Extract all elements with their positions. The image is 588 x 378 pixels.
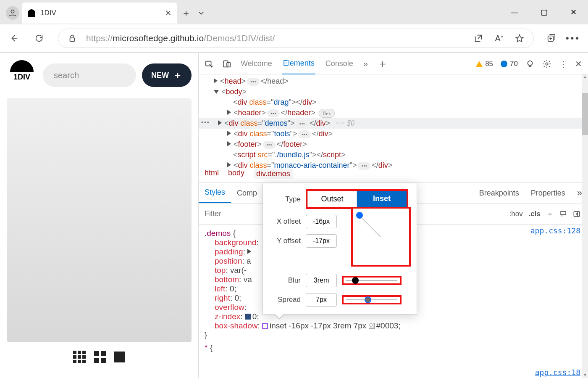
inspect-icon[interactable] [205,59,214,69]
arrow-left-icon [9,34,18,43]
box-shadow-editor: Type Outset Inset X offset -16px Y offse… [262,183,417,315]
breakpoints-tab[interactable]: Breakpoints [473,184,525,203]
warning-icon [476,61,483,67]
xoffset-input[interactable]: -16px [306,215,337,228]
spread-input[interactable]: 7px [306,293,337,307]
styles-tab[interactable]: Styles [199,183,231,203]
reload-button[interactable] [33,32,45,45]
hov-toggle[interactable]: :hov [509,210,523,218]
tab-console[interactable]: Console [325,53,354,74]
profile-avatar[interactable] [6,6,19,20]
grid-1x1-icon[interactable] [114,352,125,362]
page-logo: 1DIV [7,60,37,90]
dom-tree[interactable]: <head>•••</head> <body> <div class="drag… [199,74,588,165]
text-size-icon[interactable]: A» [495,34,503,43]
close-window-button[interactable]: ✕ [559,0,588,24]
svg-point-0 [11,10,14,13]
xy-offset-pad[interactable] [351,207,411,267]
new-button-label: NEW [151,71,169,80]
outset-button[interactable]: Outset [307,191,357,207]
type-toggle: Outset Inset [306,189,408,209]
inset-button[interactable]: Inset [357,191,407,207]
spread-slider[interactable] [342,295,402,304]
svg-rect-4 [223,61,228,67]
feedback-icon[interactable] [525,59,535,69]
grid-3x3-icon[interactable] [73,351,86,363]
tab-welcome[interactable]: Welcome [240,53,273,74]
demos-area [7,98,192,342]
blur-slider[interactable] [342,276,402,285]
person-icon [8,8,17,18]
search-input[interactable]: search [43,63,136,87]
close-devtools-icon[interactable]: ✕ [575,59,582,69]
device-toggle-icon[interactable] [222,59,231,69]
lock-icon [68,34,77,43]
minimize-button[interactable]: — [500,0,529,24]
chevron-down-icon [197,8,206,18]
issues-info[interactable]: 70 [501,60,518,68]
shadow-swatch-icon[interactable] [262,323,268,329]
back-button[interactable] [8,32,20,45]
svg-rect-1 [70,38,75,41]
svg-point-6 [528,61,533,65]
new-style-rule-icon[interactable]: ＋ [546,209,554,219]
svg-rect-8 [574,211,580,217]
settings-icon[interactable] [542,59,551,69]
tab-favicon [28,9,35,17]
brush-icon[interactable] [559,210,567,218]
type-label: Type [270,195,301,204]
properties-tab[interactable]: Properties [525,184,571,203]
page-content: 1DIV search NEW＋ [0,53,198,378]
tab-menu-button[interactable] [195,7,207,19]
issues-warning[interactable]: 85 [476,60,493,68]
new-tab-button[interactable]: ＋ [180,7,192,19]
more-menu-button[interactable]: ••• [566,33,580,44]
svg-point-7 [546,63,548,65]
collections-icon[interactable] [546,34,556,43]
kebab-menu-icon[interactable]: ⋮ [559,59,567,69]
close-tab-icon[interactable]: ✕ [165,8,171,18]
add-tab-icon[interactable]: ＋ [377,56,388,71]
address-bar[interactable]: https://microsoftedge.github.io/Demos/1D… [58,29,534,48]
blur-label: Blur [270,276,301,285]
maximize-button[interactable]: ▢ [529,0,559,24]
panel-toggle-icon[interactable] [573,210,580,218]
yoffset-label: Y offset [270,237,301,245]
tab-title: 1DIV [40,9,160,17]
devtools-scrollbar[interactable]: ▲▼ [582,74,588,378]
yoffset-input[interactable]: -17px [306,234,337,248]
browser-tab[interactable]: 1DIV ✕ [22,3,177,24]
grid-2x2-icon[interactable] [94,351,106,363]
reload-icon [34,34,44,43]
source-link-2[interactable]: app.css:18 [535,368,580,377]
search-placeholder: search [54,71,79,80]
xy-handle[interactable] [356,212,363,219]
xoffset-label: X offset [270,217,301,226]
computed-tab[interactable]: Comp [231,184,263,203]
plus-icon: ＋ [173,69,182,82]
more-tabs-icon[interactable]: » [363,59,368,69]
tab-elements[interactable]: Elements [282,53,315,75]
blur-input[interactable]: 3rem [306,274,337,287]
open-external-icon[interactable] [474,34,483,43]
spread-label: Spread [270,296,301,304]
logo-text: 1DIV [13,73,30,82]
new-button[interactable]: NEW＋ [142,63,192,87]
svg-rect-5 [227,62,230,67]
url-text: https://microsoftedge.github.io/Demos/1D… [86,33,275,43]
source-link-1[interactable]: app.css:128 [530,226,580,235]
cls-toggle[interactable]: .cls [529,210,541,218]
info-icon [501,61,507,67]
favorite-icon[interactable] [515,34,524,43]
